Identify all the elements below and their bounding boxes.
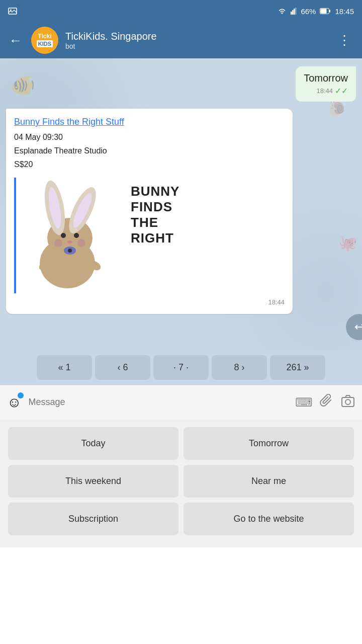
doodle-fish: 🐠 [10,73,35,97]
event-title-link[interactable]: Bunny Finds the Right Stuff [14,117,285,127]
svg-rect-24 [342,397,354,407]
sent-time: 18:44 [316,87,333,95]
avatar-ticki: Ticki [38,33,51,40]
sent-meta: 18:44 ✓✓ [304,86,348,96]
page-next[interactable]: 8 › [212,355,267,380]
qr-near-me[interactable]: Near me [184,465,354,498]
qr-go-to-website[interactable]: Go to the website [184,503,354,535]
header-info: TickiKids. Singapore bot [65,31,327,50]
bunny-svg [22,178,123,293]
status-bar: 66% 18:45 [0,0,362,22]
back-button[interactable]: ← [7,31,24,50]
chat-area: 🐠 🐌 🦴 🐙 Tomorrow 18:44 ✓✓ Bunny Finds th… [0,58,362,350]
sent-message: Tomorrow 18:44 ✓✓ [6,66,356,102]
event-price: S$20 [14,160,33,169]
doodle-octopus: 🐙 [338,234,357,252]
image-text-line3: THE [131,215,179,230]
status-right: 66% 18:45 [278,7,354,16]
image-text-line4: RIGHT [131,230,179,246]
qr-subscription[interactable]: Subscription [8,503,178,535]
attach-button[interactable] [320,394,334,411]
chat-name: TickiKids. Singapore [65,31,327,42]
qr-today[interactable]: Today [8,427,178,460]
event-image-area: BUNNY FINDS THE RIGHT [14,178,285,293]
keyboard-button[interactable]: ⌨ [295,395,313,410]
battery-text: 66% [301,7,316,16]
svg-rect-3 [292,10,294,15]
card-meta: 18:44 [14,298,285,306]
page-last[interactable]: 261 » [270,355,325,380]
svg-point-16 [74,233,79,238]
camera-button[interactable] [341,394,355,411]
qr-tomorrow[interactable]: Tomorrow [184,427,354,460]
svg-rect-8 [329,10,330,13]
event-venue: Esplanade Theatre Studio [14,146,107,155]
message-input-bar: ☺ ⌨ [0,385,362,419]
chat-subtitle: bot [65,42,327,50]
qr-this-weekend[interactable]: This weekend [8,465,178,498]
svg-rect-5 [295,8,297,15]
svg-rect-2 [291,12,292,15]
image-icon [8,8,17,15]
wifi-icon [278,8,287,15]
received-message: Bunny Finds the Right Stuff 04 May 09:30… [6,109,356,314]
image-text-line1: BUNNY [131,184,179,199]
event-date: 04 May 09:30 [14,133,63,141]
svg-point-21 [77,239,85,247]
svg-point-1 [10,10,12,11]
more-options-button[interactable]: ⋮ [334,31,355,50]
status-left [8,8,17,15]
card-time: 18:44 [268,298,285,306]
image-text-line2: FINDS [131,199,179,215]
read-checks: ✓✓ [335,86,348,96]
sent-text: Tomorrow [304,72,348,84]
camera-icon [341,394,355,408]
avatar: Ticki KIDS [31,27,58,54]
svg-point-20 [54,239,62,247]
page-first[interactable]: « 1 [37,355,92,380]
paperclip-icon [320,394,334,408]
svg-point-25 [345,399,350,405]
sent-bubble: Tomorrow 18:44 ✓✓ [296,66,356,102]
page-current[interactable]: · 7 · [153,355,209,380]
share-button[interactable]: ↩ [346,314,362,340]
svg-rect-4 [294,9,295,15]
svg-point-17 [67,240,72,244]
svg-point-15 [61,233,66,238]
card-image-text: BUNNY FINDS THE RIGHT [123,178,188,293]
svg-rect-7 [321,9,327,14]
pagination-bar: « 1 ‹ 6 · 7 · 8 › 261 » [0,350,362,385]
signal-icon [291,8,297,15]
clock-time: 18:45 [335,7,354,16]
page-prev[interactable]: ‹ 6 [95,355,150,380]
battery-icon [320,8,331,14]
event-details: 04 May 09:30 Esplanade Theatre Studio S$… [14,130,285,172]
share-icon: ↩ [354,320,362,334]
message-input[interactable] [29,397,288,408]
svg-point-19 [68,249,72,253]
chat-header: ← Ticki KIDS TickiKids. Singapore bot ⋮ [0,22,362,58]
quick-reply-grid: Today Tomorrow This weekend Near me Subs… [0,419,362,547]
notification-badge [18,392,24,398]
emoji-button-wrapper: ☺ [7,394,22,411]
avatar-kids: KIDS [37,40,53,47]
bunny-illustration [22,178,123,293]
event-card: Bunny Finds the Right Stuff 04 May 09:30… [6,109,293,314]
